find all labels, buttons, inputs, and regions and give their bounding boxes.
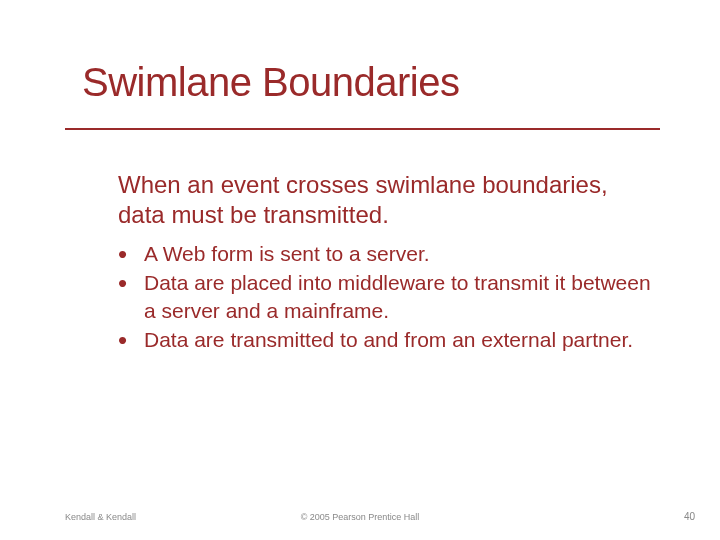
bullet-icon: • (118, 327, 127, 353)
bullet-text: Data are placed into middleware to trans… (144, 271, 651, 321)
slide: Swimlane Boundaries When an event crosse… (0, 0, 720, 540)
footer-page-number: 40 (684, 511, 695, 522)
bullet-text: Data are transmitted to and from an exte… (144, 328, 633, 351)
bullet-icon: • (118, 270, 127, 296)
slide-body: When an event crosses swimlane boundarie… (118, 170, 658, 355)
footer-copyright: © 2005 Pearson Prentice Hall (0, 512, 720, 522)
lead-paragraph: When an event crosses swimlane boundarie… (118, 170, 658, 230)
list-item: • Data are transmitted to and from an ex… (118, 326, 658, 353)
list-item: • Data are placed into middleware to tra… (118, 269, 658, 324)
bullet-list: • A Web form is sent to a server. • Data… (118, 240, 658, 353)
list-item: • A Web form is sent to a server. (118, 240, 658, 267)
title-underline (65, 128, 660, 130)
slide-title: Swimlane Boundaries (82, 60, 459, 105)
bullet-icon: • (118, 241, 127, 267)
bullet-text: A Web form is sent to a server. (144, 242, 430, 265)
